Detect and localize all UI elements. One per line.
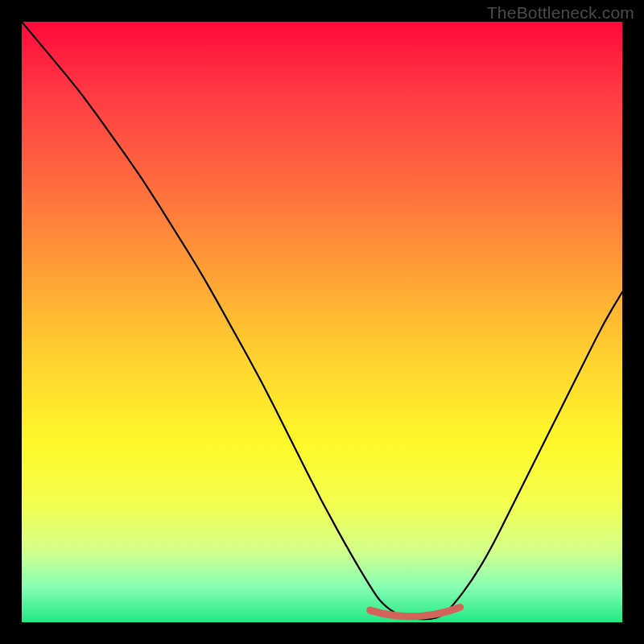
trough-highlight [370, 607, 460, 616]
chart-svg [22, 22, 622, 622]
watermark-text: TheBottleneck.com [487, 3, 634, 23]
bottleneck-curve [22, 22, 622, 619]
chart-plot-area [22, 22, 622, 622]
